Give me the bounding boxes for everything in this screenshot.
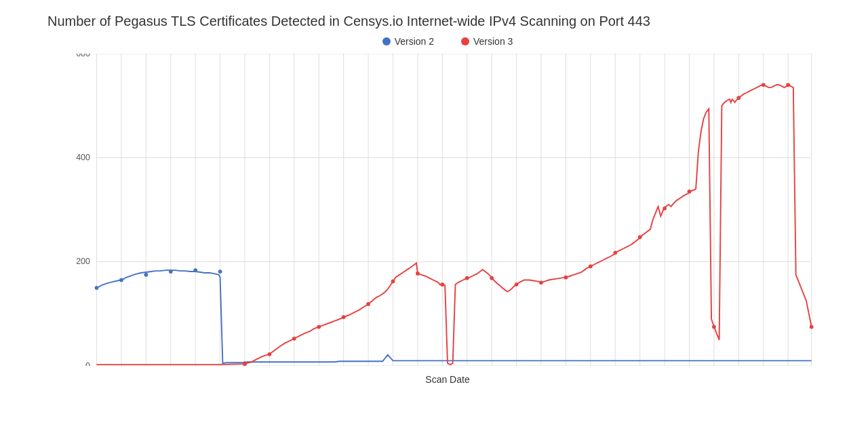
legend-dot-v2 [382,37,391,45]
v2-dot [144,273,148,277]
v3-dot [342,315,346,319]
v3-dot [613,250,617,255]
v3-dot [366,302,370,306]
v3-dot [490,276,494,280]
v3-dot [663,206,667,210]
v3-dot [317,325,321,329]
v3-dot [539,280,543,284]
v3-dot [589,265,593,269]
v3-dot [416,272,420,276]
v3-dot [810,325,814,329]
v3-dot [736,96,741,100]
chart-legend: Version 2 Version 3 [47,36,848,47]
legend-dot-v3 [461,37,469,45]
v3-dot [515,282,519,286]
v2-dot [169,269,173,274]
line-v3 [97,85,812,365]
svg-text:400: 400 [76,153,90,162]
v2-dot [218,269,222,274]
v2-dot [119,278,123,282]
v3-dot [712,325,716,329]
legend-label-v3: Version 3 [473,36,513,47]
v3-dot [638,235,642,239]
v2-dot [95,286,99,290]
v3-dot [688,189,692,193]
svg-text:600: 600 [76,54,90,58]
v3-dot [243,362,247,366]
chart-container: Number of Pegasus TLS Certificates Detec… [0,0,868,429]
v3-dot [268,352,272,356]
line-chart: 600 400 200 0 2016-03-01 2016-04-01 2016… [47,54,848,366]
v3-dot [440,282,444,286]
chart-title: Number of Pegasus TLS Certificates Detec… [47,14,848,29]
v3-dot [465,276,469,280]
v3-dot [762,83,766,87]
svg-text:0: 0 [85,361,90,366]
x-axis-label: Scan Date [47,374,848,385]
svg-text:200: 200 [76,257,90,267]
legend-item-v2: Version 2 [382,36,434,47]
v2-dot [193,268,197,272]
legend-label-v2: Version 2 [395,36,434,47]
v3-dot [391,280,395,284]
v3-dot [292,337,296,341]
legend-item-v3: Version 3 [461,36,513,47]
v3-dot [786,83,790,87]
v3-dot [564,276,568,280]
